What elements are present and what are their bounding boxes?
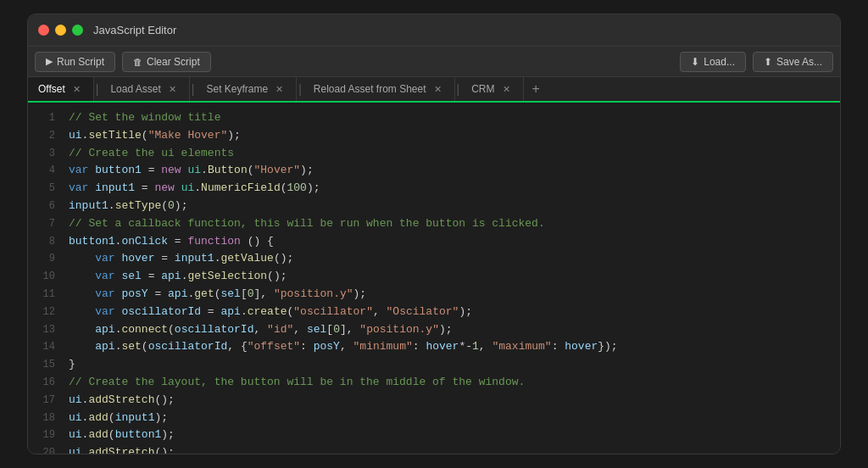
play-icon: ▶ [46, 56, 53, 67]
code-line-3: 3 // Create the ui elements [28, 145, 840, 163]
tab-set-keyframe[interactable]: Set Keyframe ✕ [196, 77, 297, 101]
tab-crm-label: CRM [471, 83, 494, 95]
tabs-bar: Offset ✕ | Load Asset ✕ | Set Keyframe ✕… [28, 77, 840, 103]
tab-sep-1: | [94, 77, 101, 101]
code-line-5: 5 var input1 = new ui.NumericField(100); [28, 180, 840, 198]
code-line-11: 11 var posY = api.get(sel[0], "position.… [28, 286, 840, 304]
code-line-18: 18 ui.add(input1); [28, 410, 840, 427]
tab-reload-asset[interactable]: Reload Asset from Sheet ✕ [303, 77, 455, 101]
code-line-8: 8 button1.onClick = function () { [28, 233, 840, 251]
run-script-label: Run Script [57, 56, 104, 68]
clear-script-button[interactable]: 🗑 Clear Script [122, 52, 211, 72]
code-content: 1 // Set the window title 2 ui.setTitle(… [28, 109, 840, 454]
tab-offset[interactable]: Offset ✕ [28, 77, 94, 101]
tab-load-asset-close[interactable]: ✕ [166, 83, 179, 96]
tab-crm-close[interactable]: ✕ [500, 83, 513, 96]
editor-area[interactable]: 1 // Set the window title 2 ui.setTitle(… [28, 103, 840, 454]
save-as-button[interactable]: ⬆ Save As... [753, 52, 833, 72]
close-button[interactable] [38, 25, 49, 36]
code-line-19: 19 ui.add(button1); [28, 426, 840, 444]
tab-set-keyframe-close[interactable]: ✕ [273, 83, 286, 96]
maximize-button[interactable] [72, 25, 83, 36]
tab-reload-asset-label: Reload Asset from Sheet [314, 83, 426, 95]
trash-icon: 🗑 [133, 57, 142, 67]
tab-load-asset[interactable]: Load Asset ✕ [100, 77, 189, 101]
tab-sep-2: | [190, 77, 197, 101]
code-line-6: 6 input1.setType(0); [28, 198, 840, 215]
toolbar: ▶ Run Script 🗑 Clear Script ⬇ Load... ⬆ … [28, 47, 840, 77]
code-line-12: 12 var oscillatorId = api.create("oscill… [28, 304, 840, 321]
run-script-button[interactable]: ▶ Run Script [35, 52, 115, 72]
traffic-lights [38, 25, 83, 36]
code-line-1: 1 // Set the window title [28, 109, 840, 127]
main-window: JavaScript Editor ▶ Run Script 🗑 Clear S… [27, 14, 841, 454]
tab-set-keyframe-label: Set Keyframe [206, 83, 268, 95]
tab-offset-close[interactable]: ✕ [70, 83, 83, 96]
load-label: Load... [704, 56, 735, 68]
upload-icon: ⬆ [764, 56, 772, 68]
code-line-20: 20 ui.addStretch(); [28, 444, 840, 454]
code-line-13: 13 api.connect(oscillatorId, "id", sel[0… [28, 321, 840, 339]
tab-sep-4: | [455, 77, 462, 101]
code-line-2: 2 ui.setTitle("Make Hover"); [28, 127, 840, 145]
code-line-17: 17 ui.addStretch(); [28, 392, 840, 410]
tab-load-asset-label: Load Asset [110, 83, 160, 95]
window-title: JavaScript Editor [93, 24, 176, 36]
title-bar: JavaScript Editor [28, 14, 840, 47]
code-line-9: 9 var hover = input1.getValue(); [28, 250, 840, 268]
code-line-15: 15 } [28, 356, 840, 374]
tab-crm[interactable]: CRM ✕ [461, 77, 523, 101]
code-line-16: 16 // Create the layout, the button will… [28, 374, 840, 392]
minimize-button[interactable] [55, 25, 66, 36]
save-as-label: Save As... [776, 56, 822, 68]
add-tab-button[interactable]: + [524, 77, 548, 101]
tab-reload-asset-close[interactable]: ✕ [431, 83, 444, 96]
clear-script-label: Clear Script [147, 56, 200, 68]
download-icon: ⬇ [691, 56, 699, 68]
load-button[interactable]: ⬇ Load... [680, 52, 746, 72]
tab-sep-3: | [297, 77, 303, 101]
toolbar-right: ⬇ Load... ⬆ Save As... [680, 52, 833, 72]
code-line-7: 7 // Set a callback function, this will … [28, 215, 840, 233]
code-line-10: 10 var sel = api.getSelection(); [28, 268, 840, 286]
code-line-4: 4 var button1 = new ui.Button("Hover"); [28, 162, 840, 180]
tab-offset-label: Offset [38, 83, 65, 95]
code-line-14: 14 api.set(oscillatorId, {"offset": posY… [28, 338, 840, 356]
